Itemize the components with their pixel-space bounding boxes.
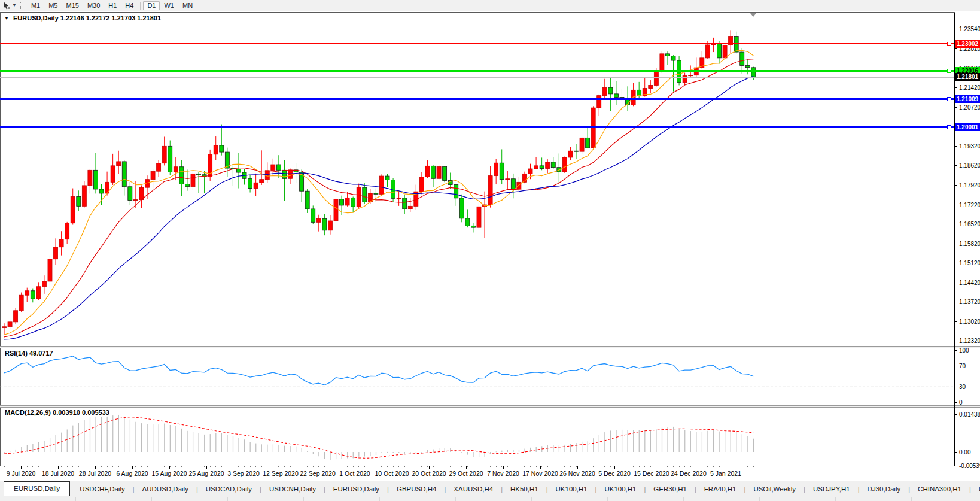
macd-bar: [421, 452, 422, 453]
macd-bar: [72, 426, 73, 452]
candle: [374, 193, 378, 194]
macd-bar: [582, 442, 582, 452]
macd-bar: [175, 426, 176, 452]
chart-title: ▼ EURUSD,Daily 1.22146 1.22172 1.21703 1…: [4, 14, 161, 22]
chart-tab-gbpusd-h4[interactable]: GBPUSD,H4: [389, 482, 443, 496]
macd-bar: [707, 431, 708, 452]
chart-tab-eurusd-daily[interactable]: EURUSD,Daily: [4, 481, 70, 496]
candle: [631, 90, 635, 105]
macd-bar: [507, 450, 508, 452]
timeframe-button-m15[interactable]: M15: [62, 1, 83, 10]
chart-tab-uk100-h1[interactable]: UK100,H1: [549, 482, 595, 496]
timeframe-button-m30[interactable]: M30: [83, 1, 104, 10]
candle: [654, 72, 658, 86]
candle: [551, 162, 555, 168]
macd-bar: [78, 423, 79, 452]
chart-tab-eurusd-daily[interactable]: EURUSD,Daily: [326, 482, 386, 496]
toolbar-grip-handle[interactable]: [20, 2, 23, 9]
macd-bar: [628, 430, 628, 452]
candle: [419, 177, 424, 192]
hline-handle[interactable]: [947, 42, 951, 45]
shift-marker-icon[interactable]: [750, 13, 756, 17]
macd-bar: [318, 452, 319, 456]
timeframe-button-d1[interactable]: D1: [143, 1, 160, 10]
candle: [174, 167, 178, 172]
candle: [586, 138, 590, 148]
toolbar-dropdown-caret-icon[interactable]: ▼: [12, 1, 17, 10]
candle: [162, 146, 166, 163]
chart-tab-xauusd-h4[interactable]: XAUUSD,H4: [446, 482, 500, 496]
candle: [363, 187, 367, 202]
macd-bar: [153, 424, 153, 452]
macd-bar: [667, 427, 668, 452]
hline-1.23002[interactable]: [0, 42, 954, 45]
timeframe-button-m1[interactable]: M1: [27, 1, 44, 10]
macd-bar: [267, 445, 267, 452]
timeframe-button-h4[interactable]: H4: [121, 1, 138, 10]
macd-bar: [622, 430, 622, 452]
chart-tab-ger30-h1[interactable]: GER30,H1: [646, 482, 694, 496]
macd-bar: [731, 431, 731, 452]
hline-1.21009[interactable]: [0, 98, 954, 101]
macd-bar: [547, 445, 548, 452]
chart-tab-dj30-daily[interactable]: DJ30,Daily: [860, 482, 908, 496]
hline-handle[interactable]: [947, 98, 951, 101]
chart-tab-hk50-h1[interactable]: HK50,H1: [503, 482, 546, 496]
candle: [459, 198, 464, 218]
chart-canvas[interactable]: RSI(14) 49.0717MACD(12,26,9) 0.003910 0.…: [0, 0, 980, 481]
candle: [19, 295, 23, 311]
macd-bar: [107, 417, 108, 452]
rsi-scale-tick: 100: [959, 347, 969, 354]
hline-handle[interactable]: [947, 126, 951, 129]
chart-tab-usdcnh-daily[interactable]: USDCNH,Daily: [262, 482, 323, 496]
timeframe-toolbar: ▼ M1M5M15M30H1H4D1W1MN: [0, 0, 980, 11]
chart-tab-fra40-h1[interactable]: FRA40,H1: [697, 482, 744, 496]
macd-bar: [255, 444, 256, 452]
macd-bar: [650, 430, 651, 452]
timeframe-button-mn[interactable]: MN: [178, 1, 197, 10]
macd-bar: [347, 452, 348, 458]
hline-price-label-1.23002: 1.23002: [955, 40, 980, 48]
chart-tab-usdjpy-h1[interactable]: USDJPY,H1: [806, 482, 857, 496]
macd-bar: [610, 430, 611, 452]
date-tick: 18 Jul 2020: [42, 470, 74, 477]
macd-bar: [564, 445, 565, 452]
chart-tab-usoil-weekly[interactable]: USOil,Weekly: [746, 482, 803, 496]
timeframe-button-h1[interactable]: H1: [104, 1, 121, 10]
collapse-triangle-icon[interactable]: ▼: [4, 16, 9, 21]
cursor-crosshair-icon[interactable]: [2, 1, 11, 10]
candle: [93, 170, 98, 189]
candle: [689, 75, 693, 76]
timeframe-button-w1[interactable]: W1: [160, 1, 178, 10]
chart-tab-audusd-daily[interactable]: AUDUSD,Daily: [135, 482, 196, 496]
macd-bar: [713, 430, 714, 452]
price-tick: 1.20720: [959, 104, 980, 111]
price-tick: 1.19320: [959, 143, 980, 150]
candle: [717, 44, 722, 58]
chart-tab-usdcad-daily[interactable]: USDCAD,Daily: [199, 482, 259, 496]
hline-handle[interactable]: [947, 69, 951, 73]
candle: [602, 87, 607, 95]
macd-bar: [501, 451, 502, 452]
price-tick: 1.14420: [959, 280, 980, 286]
chart-tab-usdchf-daily[interactable]: USDCHF,Daily: [72, 482, 132, 496]
date-tick: 3 Sep 2020: [227, 470, 260, 477]
date-tick: 25 Aug 2020: [189, 470, 224, 477]
candle: [408, 206, 412, 209]
price-tick: 1.13020: [959, 318, 980, 325]
chart-tab-usoil-[interactable]: USOil,: [972, 482, 980, 496]
candle: [311, 209, 315, 222]
macd-bar: [427, 450, 428, 452]
macd-bar: [261, 444, 262, 452]
macd-bar: [135, 422, 136, 452]
chart-tab-china300-h1[interactable]: CHINA300,H1: [911, 482, 969, 496]
macd-bar: [473, 452, 473, 457]
macd-bar: [616, 430, 616, 452]
macd-bar: [496, 451, 497, 452]
chart-tab-uk100-h1[interactable]: UK100,H1: [597, 482, 643, 496]
candle: [36, 287, 41, 299]
hline-1.20001[interactable]: [0, 126, 954, 129]
hline-1.22016[interactable]: [0, 69, 954, 73]
candle: [59, 239, 63, 247]
timeframe-button-m5[interactable]: M5: [44, 1, 62, 10]
